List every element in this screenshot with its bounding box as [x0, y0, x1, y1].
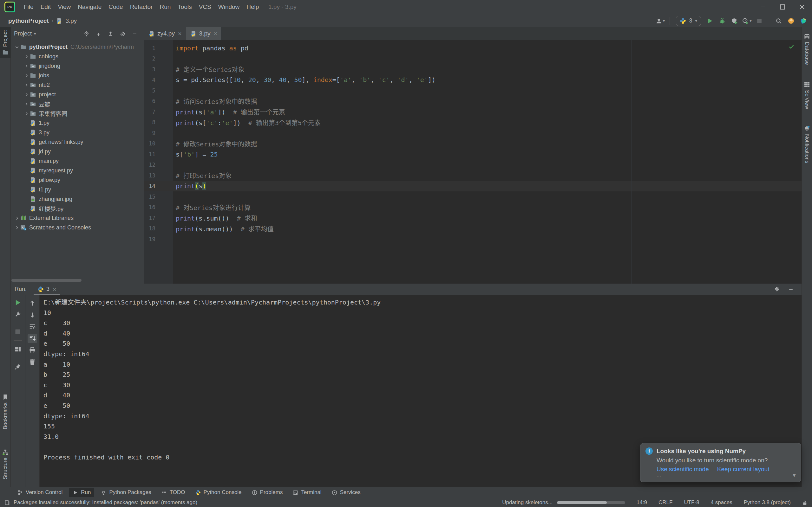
breadcrumb-project[interactable]: pythonProject	[8, 17, 49, 24]
inspections-ok-icon[interactable]	[788, 43, 795, 50]
indent-style[interactable]: 4 spaces	[711, 499, 732, 506]
code-line[interactable]: 7print(s['a']) # 输出第一个元素	[144, 107, 802, 117]
tree-item[interactable]: cnblogs	[11, 52, 144, 61]
chevron-right-icon[interactable]	[13, 225, 20, 230]
chevron-right-icon[interactable]	[13, 216, 20, 221]
settings-button[interactable]	[773, 285, 780, 293]
chevron-right-icon[interactable]	[23, 54, 30, 59]
chevron-right-icon[interactable]	[23, 73, 30, 78]
tool-button-notifications[interactable]: Notifications	[802, 123, 812, 166]
menu-item-refactor[interactable]: Refactor	[126, 0, 156, 14]
tree-item[interactable]: 红楼梦.py	[11, 204, 144, 213]
line-separator[interactable]: CRLF	[658, 499, 672, 506]
update-button[interactable]	[786, 16, 796, 26]
code-line[interactable]: 6# 访问Series对象中的数据	[144, 96, 802, 107]
tree-item[interactable]: pillow.py	[11, 175, 144, 185]
tree-item[interactable]: t1.py	[11, 185, 144, 194]
code-line[interactable]: 17print(s.sum()) # 求和	[144, 213, 802, 223]
collapse-all-button[interactable]	[107, 30, 114, 38]
tree-item[interactable]: zhangjian.jpg	[11, 194, 144, 204]
keep-current-layout-link[interactable]: Keep current layout	[717, 466, 769, 473]
code-line[interactable]: 14print(s)	[144, 181, 802, 192]
stop-button[interactable]	[755, 16, 764, 26]
prev-occurrence-button[interactable]	[28, 298, 37, 308]
toolwindow-python-packages[interactable]: Python Packages	[97, 488, 154, 497]
tool-button-structure[interactable]: Structure	[0, 446, 10, 482]
code-line[interactable]: 2	[144, 54, 802, 64]
code-line[interactable]: 3# 定义一个Series对象	[144, 64, 802, 75]
run-config-select[interactable]: 3▾	[676, 16, 701, 26]
close-button[interactable]	[792, 0, 812, 14]
clear-all-button[interactable]	[28, 357, 37, 367]
breadcrumb-file[interactable]: 3.py	[65, 17, 77, 24]
next-occurrence-button[interactable]	[28, 310, 37, 320]
hide-button[interactable]	[131, 30, 138, 38]
code-line[interactable]: 19	[144, 234, 802, 245]
chevron-right-icon[interactable]	[23, 92, 30, 97]
menu-item-code[interactable]: Code	[105, 0, 126, 14]
code-line[interactable]: 11s['b'] = 25	[144, 149, 802, 160]
search-everywhere-button[interactable]	[774, 16, 783, 26]
minimize-button[interactable]	[753, 0, 773, 14]
tool-button-project[interactable]: Project	[0, 27, 10, 58]
toolwindow-python-console[interactable]: Python Console	[192, 488, 245, 497]
stop-button[interactable]	[13, 327, 22, 337]
profiler-button[interactable]: ▾	[742, 16, 752, 26]
tree-item[interactable]: External Libraries	[11, 213, 144, 223]
rerun-button[interactable]	[13, 298, 22, 307]
menu-item-window[interactable]: Window	[215, 0, 243, 14]
edit-configuration-button[interactable]	[13, 309, 22, 319]
chevron-right-icon[interactable]	[23, 101, 30, 107]
tool-button-database[interactable]: Database	[802, 31, 812, 68]
editor[interactable]: 1import pandas as pd23# 定义一个Series对象4s =…	[144, 40, 802, 284]
hide-button[interactable]	[787, 285, 795, 293]
lock-icon[interactable]	[802, 500, 808, 505]
toolwindow-terminal[interactable]: Terminal	[289, 488, 325, 497]
project-view-selector[interactable]: Project▾	[14, 31, 36, 37]
code-line[interactable]: 4s = pd.Series([10, 20, 30, 40, 50], ind…	[144, 75, 802, 86]
code-line[interactable]: 8print(s['c':'e']) # 输出第3个到第5个元素	[144, 117, 802, 128]
tree-item[interactable]: Scratches and Consoles	[11, 223, 144, 232]
maximize-button[interactable]	[773, 0, 792, 14]
pin-button[interactable]	[13, 362, 22, 372]
tree-item[interactable]: 3.py	[11, 128, 144, 137]
scroll-to-end-button[interactable]	[28, 334, 37, 343]
user-menu-button[interactable]: ▾	[655, 16, 665, 26]
locate-button[interactable]	[83, 30, 90, 38]
menu-item-edit[interactable]: Edit	[37, 0, 55, 14]
tree-item[interactable]: 豆瓣	[11, 99, 144, 109]
status-event-icon[interactable]	[4, 500, 10, 505]
run-button[interactable]	[705, 16, 715, 26]
code-line[interactable]: 12	[144, 160, 802, 170]
tool-button-sciview[interactable]: SciView	[802, 78, 812, 112]
toolwindow-version-control[interactable]: Version Control	[14, 488, 66, 497]
caret-position[interactable]: 14:9	[637, 499, 647, 506]
tree-item[interactable]: pythonProjectC:\Users\admin\Pycharm	[11, 42, 144, 52]
horizontal-scrollbar[interactable]	[11, 279, 82, 282]
toolwindow-problems[interactable]: Problems	[248, 488, 287, 497]
close-icon[interactable]: ×	[53, 286, 56, 292]
tree-item[interactable]: jingdong	[11, 61, 144, 71]
tree-item[interactable]: project	[11, 90, 144, 99]
menu-item-file[interactable]: File	[20, 0, 37, 14]
code-line[interactable]: 15	[144, 191, 802, 202]
menu-item-navigate[interactable]: Navigate	[74, 0, 105, 14]
soft-wrap-button[interactable]	[28, 322, 37, 331]
tree-item[interactable]: jd.py	[11, 147, 144, 156]
tree-item[interactable]: get news' links.py	[11, 137, 144, 147]
notification-more[interactable]: ...	[657, 474, 796, 477]
tree-item[interactable]: ntu2	[11, 80, 144, 90]
chevron-right-icon[interactable]	[23, 111, 30, 116]
tree-item[interactable]: 采集博客园	[11, 109, 144, 118]
debug-button[interactable]	[717, 16, 727, 26]
settings-button[interactable]	[119, 30, 126, 38]
menu-item-view[interactable]: View	[54, 0, 74, 14]
use-scientific-mode-link[interactable]: Use scientific mode	[657, 466, 709, 473]
file-encoding[interactable]: UTF-8	[684, 499, 699, 506]
run-tab[interactable]: 3 ×	[34, 284, 60, 295]
chevron-down-icon[interactable]	[13, 44, 20, 49]
run-coverage-button[interactable]	[730, 16, 740, 26]
tree-item[interactable]: main.py	[11, 156, 144, 166]
toolwindow-services[interactable]: Services	[328, 488, 364, 497]
tree-item[interactable]: 1.py	[11, 118, 144, 128]
